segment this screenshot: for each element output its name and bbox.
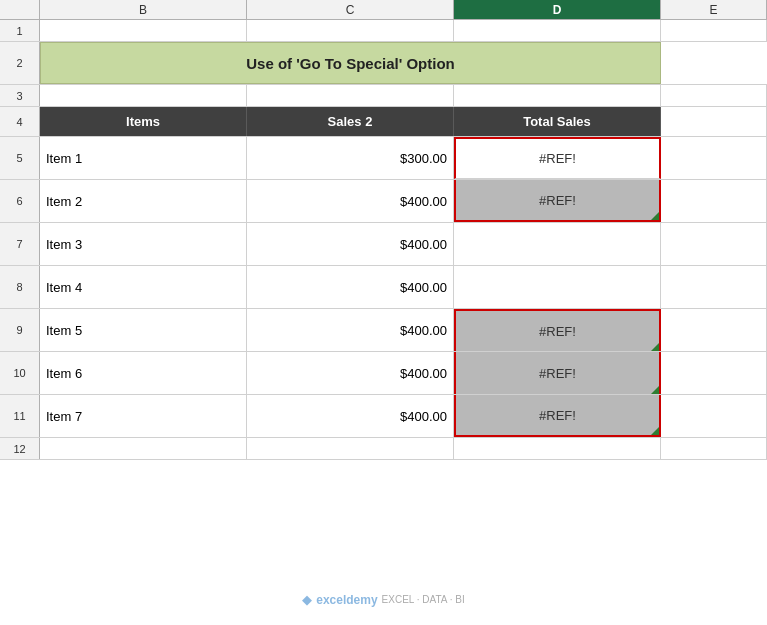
title-cell: Use of 'Go To Special' Option bbox=[40, 42, 661, 84]
row-1: 1 bbox=[0, 20, 767, 42]
header-sales2: Sales 2 bbox=[247, 107, 454, 136]
cell-c10[interactable]: $400.00 bbox=[247, 352, 454, 394]
cell-e11[interactable] bbox=[661, 395, 767, 437]
cell-d12[interactable] bbox=[454, 438, 661, 459]
cell-b9[interactable]: Item 5 bbox=[40, 309, 247, 351]
row-6: 6 Item 2 $400.00 #REF! bbox=[0, 180, 767, 223]
row-num-4: 4 bbox=[0, 107, 40, 136]
cell-c8[interactable]: $400.00 bbox=[247, 266, 454, 308]
cell-e7[interactable] bbox=[661, 223, 767, 265]
header-items: Items bbox=[40, 107, 247, 136]
header-total-sales: Total Sales bbox=[454, 107, 661, 136]
cell-e4[interactable] bbox=[661, 107, 767, 136]
cell-d8[interactable] bbox=[454, 266, 661, 308]
row-7: 7 Item 3 $400.00 bbox=[0, 223, 767, 266]
row-num-8: 8 bbox=[0, 266, 40, 308]
cell-b10[interactable]: Item 6 bbox=[40, 352, 247, 394]
cell-d7[interactable] bbox=[454, 223, 661, 265]
row-4: 4 Items Sales 2 Total Sales bbox=[0, 107, 767, 137]
row-10: 10 Item 6 $400.00 #REF! bbox=[0, 352, 767, 395]
cell-c9[interactable]: $400.00 bbox=[247, 309, 454, 351]
col-header-c[interactable]: C bbox=[247, 0, 454, 20]
row-11: 11 Item 7 $400.00 #REF! bbox=[0, 395, 767, 438]
col-header-d[interactable]: D bbox=[454, 0, 661, 20]
cell-d1[interactable] bbox=[454, 20, 661, 41]
cell-e8[interactable] bbox=[661, 266, 767, 308]
row-num-3: 3 bbox=[0, 85, 40, 106]
row-num-11: 11 bbox=[0, 395, 40, 437]
row-8: 8 Item 4 $400.00 bbox=[0, 266, 767, 309]
row-num-1: 1 bbox=[0, 20, 40, 41]
row-num-7: 7 bbox=[0, 223, 40, 265]
row-num-2: 2 bbox=[0, 42, 40, 84]
cell-c6[interactable]: $400.00 bbox=[247, 180, 454, 222]
corner-spacer bbox=[0, 0, 40, 20]
cell-b12[interactable] bbox=[40, 438, 247, 459]
cell-e3[interactable] bbox=[661, 85, 767, 106]
col-header-e[interactable]: E bbox=[661, 0, 767, 20]
row-5: 5 Item 1 $300.00 #REF! bbox=[0, 137, 767, 180]
cell-b8[interactable]: Item 4 bbox=[40, 266, 247, 308]
cell-d5-ref[interactable]: #REF! bbox=[454, 137, 661, 179]
row-num-5: 5 bbox=[0, 137, 40, 179]
cell-d11-ref[interactable]: #REF! bbox=[454, 395, 661, 437]
cell-b6[interactable]: Item 2 bbox=[40, 180, 247, 222]
cell-b3[interactable] bbox=[40, 85, 247, 106]
row-9: 9 Item 5 $400.00 #REF! bbox=[0, 309, 767, 352]
row-num-6: 6 bbox=[0, 180, 40, 222]
cell-d10-ref[interactable]: #REF! bbox=[454, 352, 661, 394]
cell-e12[interactable] bbox=[661, 438, 767, 459]
cell-b5[interactable]: Item 1 bbox=[40, 137, 247, 179]
cell-e5[interactable] bbox=[661, 137, 767, 179]
cell-b1[interactable] bbox=[40, 20, 247, 41]
cell-c5[interactable]: $300.00 bbox=[247, 137, 454, 179]
row-num-10: 10 bbox=[0, 352, 40, 394]
row-num-12: 12 bbox=[0, 438, 40, 459]
cell-b11[interactable]: Item 7 bbox=[40, 395, 247, 437]
row-3: 3 bbox=[0, 85, 767, 107]
cell-e1[interactable] bbox=[661, 20, 767, 41]
cell-c11[interactable]: $400.00 bbox=[247, 395, 454, 437]
cell-c1[interactable] bbox=[247, 20, 454, 41]
cell-e6[interactable] bbox=[661, 180, 767, 222]
row-12: 12 bbox=[0, 438, 767, 460]
cell-d9-ref[interactable]: #REF! bbox=[454, 309, 661, 351]
cell-c12[interactable] bbox=[247, 438, 454, 459]
row-2: 2 Use of 'Go To Special' Option bbox=[0, 42, 767, 85]
cell-d6-ref[interactable]: #REF! bbox=[454, 180, 661, 222]
cell-e9[interactable] bbox=[661, 309, 767, 351]
cell-c7[interactable]: $400.00 bbox=[247, 223, 454, 265]
cell-e10[interactable] bbox=[661, 352, 767, 394]
cell-b7[interactable]: Item 3 bbox=[40, 223, 247, 265]
watermark: ◆ exceldemy EXCEL · DATA · BI bbox=[302, 592, 465, 607]
cell-d3[interactable] bbox=[454, 85, 661, 106]
row-num-9: 9 bbox=[0, 309, 40, 351]
col-header-b[interactable]: B bbox=[40, 0, 247, 20]
cell-c3[interactable] bbox=[247, 85, 454, 106]
